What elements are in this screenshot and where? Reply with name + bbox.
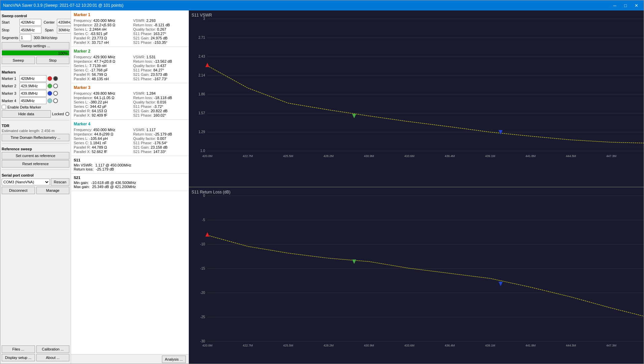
- disconnect-manage-row: Disconnect Manage: [2, 187, 69, 194]
- m1-sl-row: Series L: 2.2464 nH: [74, 27, 127, 31]
- marker1-section: Marker 1 Frequency: 420.000 MHz VSWR: 2.…: [71, 10, 189, 47]
- title-bar-buttons: ─ □ ✕: [610, 2, 641, 9]
- svg-text:422.7M: 422.7M: [243, 344, 253, 347]
- tdr-label: TDR: [2, 124, 69, 128]
- about-button[interactable]: About ...: [36, 354, 70, 361]
- right-panel: S11 VSWR 3 2.7: [189, 10, 644, 364]
- marker2-input[interactable]: [20, 83, 46, 89]
- m1-qf-row: Quality factor: 0.267: [133, 27, 186, 31]
- stop-input[interactable]: [20, 27, 41, 33]
- marker4-radio[interactable]: [53, 98, 58, 103]
- display-setup-button[interactable]: Display setup ...: [2, 354, 35, 361]
- min-gain-value: -10.618 dB @ 436.500MHz: [91, 181, 136, 185]
- chart1-area: S11 VSWR 3 2.7: [189, 10, 644, 187]
- marker4-input[interactable]: [20, 97, 46, 104]
- main-window: NanoVNA Saver 0.3.9 (Sweep: 2021-07-12 1…: [0, 0, 644, 364]
- content-area: Sweep control Start Center Stop Span Seg…: [0, 10, 644, 364]
- close-button[interactable]: ✕: [632, 2, 641, 9]
- svg-text:428.2M: 428.2M: [324, 344, 334, 347]
- svg-text:1.57: 1.57: [199, 111, 205, 115]
- analysis-button[interactable]: Analysis ...: [162, 356, 186, 363]
- manage-button[interactable]: Manage: [36, 187, 70, 194]
- s21-title: S21: [74, 176, 186, 180]
- marker2-color: [47, 84, 52, 88]
- return-loss-value: -25.179 dB: [96, 167, 114, 171]
- svg-text:2.71: 2.71: [199, 36, 205, 39]
- marker2-label: Marker 2: [2, 84, 19, 88]
- spacer: [2, 195, 69, 345]
- stop-button[interactable]: Stop: [36, 57, 70, 64]
- maximize-button[interactable]: □: [621, 2, 630, 9]
- svg-text:0: 0: [203, 194, 205, 198]
- rescan-button[interactable]: Rescan: [51, 178, 69, 186]
- center-input[interactable]: [57, 19, 71, 26]
- marker4-row: Marker 4: [2, 97, 69, 104]
- calibration-button[interactable]: Calibration ...: [36, 345, 70, 353]
- svg-text:439.1M: 439.1M: [485, 154, 495, 158]
- svg-text:1.86: 1.86: [199, 92, 205, 96]
- marker3-radio[interactable]: [53, 91, 58, 96]
- m1-s21p-row: S21 Phase: -153.35°: [133, 40, 186, 44]
- hide-data-row: Hide data Locked: [2, 110, 69, 118]
- svg-text:422.7M: 422.7M: [243, 154, 253, 158]
- m1-imp-row: Impedance: 22.2+j5.93 Ω: [74, 23, 127, 27]
- s21-section: S21 Min gain: -10.618 dB @ 436.500MHz Ma…: [71, 174, 189, 191]
- return-loss-label: Return loss:: [74, 167, 94, 171]
- stop-row: Stop Span: [2, 27, 69, 33]
- divider-1: [2, 66, 69, 67]
- segments-label: Segments: [2, 36, 19, 40]
- segments-input[interactable]: [20, 34, 31, 41]
- m1-px-row: Parallel X: 33.717 nH: [74, 40, 127, 44]
- svg-text:444.5M: 444.5M: [566, 154, 576, 158]
- sweep-stop-row: Sweep Stop: [2, 57, 69, 64]
- files-button[interactable]: Files ...: [2, 345, 35, 353]
- reset-reference-button[interactable]: Reset reference: [2, 160, 69, 168]
- marker3-row: Marker 3: [2, 90, 69, 97]
- disconnect-button[interactable]: Disconnect: [2, 187, 35, 194]
- svg-text:2.43: 2.43: [199, 55, 205, 58]
- sweep-button[interactable]: Sweep: [2, 57, 35, 64]
- svg-text:-20: -20: [200, 291, 205, 295]
- set-reference-button[interactable]: Set current as reference: [2, 152, 69, 159]
- marker4-section: Marker 4 Frequency: 450.000 MHz VSWR: 1.…: [71, 120, 189, 156]
- svg-text:-10: -10: [200, 242, 205, 246]
- marker1-radio[interactable]: [53, 76, 58, 81]
- analysis-bar: Analysis ...: [71, 354, 189, 364]
- marker2-row: Marker 2: [2, 83, 69, 89]
- stop-label: Stop: [2, 28, 19, 32]
- svg-text:420.0M: 420.0M: [202, 344, 212, 347]
- delta-marker-row: Enable Delta Marker: [2, 105, 69, 109]
- span-label: Span: [42, 28, 56, 32]
- m1-s21g-row: S21 Gain: 24.975 dB: [133, 36, 186, 40]
- max-gain-value: 25.349 dB @ 421.200MHz: [92, 185, 136, 189]
- tdr-button[interactable]: Time Domain Reflectometry ...: [2, 134, 69, 141]
- mid-panel: Marker 1 Frequency: 420.000 MHz VSWR: 2.…: [71, 10, 189, 364]
- svg-text:439.1M: 439.1M: [485, 344, 495, 347]
- svg-text:1.29: 1.29: [199, 130, 205, 134]
- min-vswr-value: 1.117 @ 450.000MHz: [95, 163, 131, 167]
- divider-2: [2, 120, 69, 120]
- svg-text:1.0: 1.0: [200, 149, 205, 153]
- m1-vswr-row: VSWR: 2.293: [133, 19, 186, 23]
- minimize-button[interactable]: ─: [610, 2, 619, 9]
- marker2-radio[interactable]: [53, 84, 58, 88]
- delta-marker-checkbox[interactable]: [2, 105, 6, 109]
- marker1-input[interactable]: [20, 75, 46, 82]
- port-select[interactable]: COM3 (NanoVNA): [2, 179, 50, 185]
- files-calibration-row: Files ... Calibration ...: [2, 345, 69, 353]
- s11-title: S11: [74, 158, 186, 162]
- progress-label: 100%: [58, 51, 68, 56]
- sweep-settings-button[interactable]: Sweep settings ...: [2, 42, 69, 50]
- locked-indicator: [65, 112, 69, 116]
- marker3-input[interactable]: [20, 90, 46, 97]
- svg-text:444.5M: 444.5M: [566, 344, 576, 347]
- span-input[interactable]: [57, 27, 71, 33]
- divider-4: [2, 170, 69, 170]
- window-title: NanoVNA Saver 0.3.9 (Sweep: 2021-07-12 1…: [3, 3, 124, 8]
- start-input[interactable]: [20, 19, 41, 26]
- marker3-title: Marker 3: [74, 85, 186, 90]
- svg-text:433.6M: 433.6M: [404, 344, 414, 347]
- m1-freq-row: Frequency: 420.000 MHz: [74, 19, 127, 23]
- hide-data-button[interactable]: Hide data: [2, 110, 51, 118]
- marker1-color: [47, 76, 52, 81]
